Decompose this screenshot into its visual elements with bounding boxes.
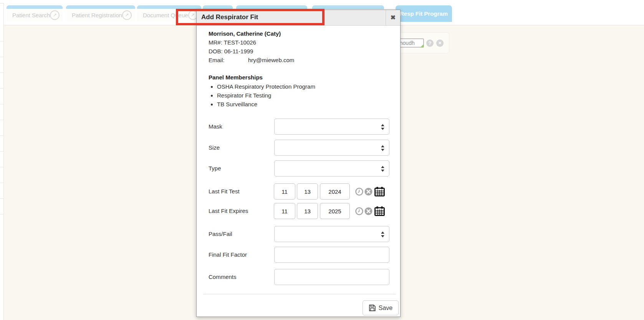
hidden-tab-strip xyxy=(312,5,384,9)
tab-label: Patient Search xyxy=(7,12,50,18)
popout-icon[interactable]: ↗ xyxy=(50,10,60,20)
comments-label: Comments xyxy=(209,274,237,280)
tab-strip xyxy=(7,5,63,9)
size-select[interactable] xyxy=(274,140,389,156)
save-disk-icon xyxy=(369,304,376,312)
select-arrows-icon xyxy=(381,124,385,130)
calendar-icon[interactable] xyxy=(374,206,385,216)
tab-strip xyxy=(137,5,201,9)
patient-mr: MR#: TEST-10026 xyxy=(209,38,294,47)
last-fit-expires-label: Last Fit Expires xyxy=(209,208,248,214)
type-select[interactable] xyxy=(274,160,389,176)
hidden-tab-strip xyxy=(236,5,307,9)
time-icon[interactable] xyxy=(355,207,363,215)
clear-date-icon[interactable] xyxy=(364,207,372,215)
last-fit-test-year[interactable] xyxy=(320,183,350,200)
tab-label: Resp Fit Program xyxy=(400,10,448,17)
tab-patient-registration[interactable]: Patient Registration ↗ xyxy=(66,5,135,21)
resize-handle[interactable] xyxy=(420,44,424,48)
footer-divider xyxy=(203,294,396,294)
pass-fail-label: Pass/Fail xyxy=(209,231,232,237)
tab-resp-fit-program[interactable]: Resp Fit Program xyxy=(396,5,452,22)
tab-label: Patient Registration xyxy=(66,12,122,18)
calendar-icon[interactable] xyxy=(374,186,385,196)
last-fit-test-month[interactable] xyxy=(274,183,295,200)
tab-strip xyxy=(66,5,135,9)
final-fit-factor-label: Final Fit Factor xyxy=(209,251,247,258)
membership-item: TB Surveillance xyxy=(217,100,315,109)
clear-date-icon[interactable] xyxy=(364,188,372,196)
hidden-tab-strip xyxy=(203,5,233,9)
popout-icon[interactable]: ↗ xyxy=(122,10,132,20)
last-fit-test-day[interactable] xyxy=(297,183,318,200)
tab-label: Document Queue xyxy=(137,12,188,18)
type-label: Type xyxy=(209,165,221,172)
add-respirator-fit-dialog: Add Respirator Fit ✖ Morrison, Catherine… xyxy=(196,10,401,317)
tab-document-queue[interactable]: Document Queue ↗ xyxy=(137,5,201,21)
dialog-header: Add Respirator Fit ✖ xyxy=(197,10,400,26)
final-fit-factor-input[interactable] xyxy=(274,247,389,263)
patient-email-row: Email:hry@mieweb.com xyxy=(209,56,294,64)
panel-memberships-heading: Panel Memberships xyxy=(209,73,315,82)
dialog-title: Add Respirator Fit xyxy=(201,13,258,21)
close-icon[interactable]: ✖ xyxy=(386,10,400,25)
left-rail-cells xyxy=(0,26,3,215)
panel-memberships: Panel Memberships OSHA Respiratory Prote… xyxy=(209,73,315,109)
email-label: Email: xyxy=(209,56,248,64)
mask-label: Mask xyxy=(209,123,222,130)
last-fit-expires-day[interactable] xyxy=(297,203,318,219)
patient-dob: DOB: 06-11-1999 xyxy=(209,47,294,56)
tab-patient-search[interactable]: Patient Search ↗ xyxy=(7,5,63,21)
patient-info: Morrison, Catherine (Caty) MR#: TEST-100… xyxy=(209,29,294,64)
mask-select[interactable] xyxy=(274,119,389,135)
size-label: Size xyxy=(209,144,220,151)
membership-item: Respirator Fit Testing xyxy=(217,91,315,100)
clear-icon[interactable]: ✕ xyxy=(436,40,444,47)
membership-item: OSHA Respiratory Protection Program xyxy=(217,82,315,91)
time-icon[interactable] xyxy=(355,188,363,196)
patient-name: Morrison, Catherine (Caty) xyxy=(209,29,294,38)
select-arrows-icon xyxy=(381,231,385,238)
help-icon[interactable]: ? xyxy=(426,40,434,47)
app-screen: Patient Search ↗ Patient Registration ↗ … xyxy=(0,0,644,320)
save-button-label: Save xyxy=(379,305,392,312)
last-fit-test-label: Last Fit Test xyxy=(209,188,240,195)
select-arrows-icon xyxy=(381,165,385,172)
comments-input[interactable] xyxy=(274,269,389,285)
last-fit-expires-month[interactable] xyxy=(274,203,295,219)
save-button[interactable]: Save xyxy=(363,300,399,315)
pass-fail-select[interactable] xyxy=(274,226,389,242)
left-sidebar-rail xyxy=(0,3,4,320)
email-value: hry@mieweb.com xyxy=(248,57,294,63)
select-arrows-icon xyxy=(381,145,385,152)
last-fit-expires-year[interactable] xyxy=(320,203,350,219)
